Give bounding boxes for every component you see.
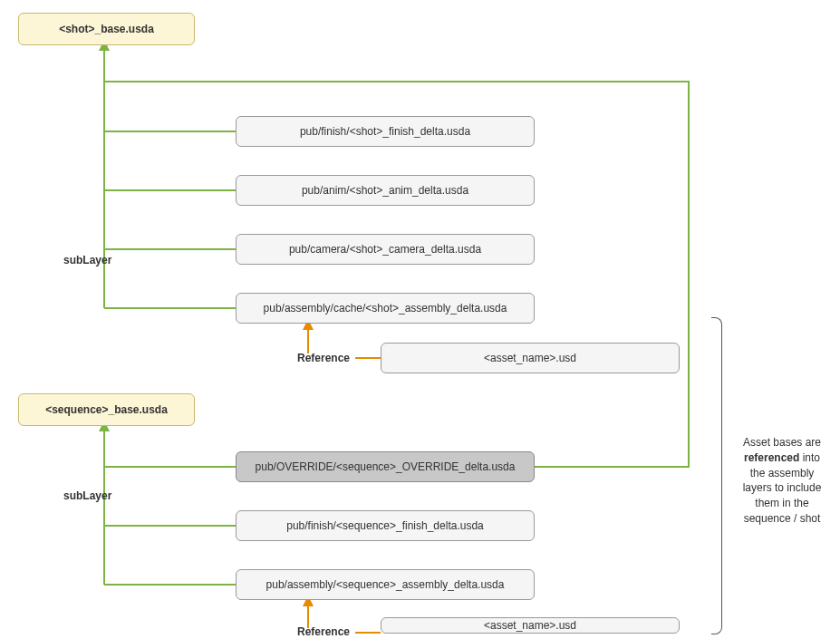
anim-shot-node: pub/anim/<shot>_anim_delta.usda [236,175,535,206]
assembly-seq-node: pub/assembly/<sequence>_assembly_delta.u… [236,569,535,600]
assembly-shot-label: pub/assembly/cache/<shot>_assembly_delta… [264,302,507,315]
note-line4: layers to include [743,481,822,494]
finish-seq-node: pub/finish/<sequence>_finish_delta.usda [236,510,535,541]
note-line5: them in the [755,497,808,509]
finish-seq-label: pub/finish/<sequence>_finish_delta.usda [286,519,484,532]
shot-base-label: <shot>_base.usda [59,23,154,35]
note-line1: Asset bases are [743,436,821,449]
note-line2: into [799,451,820,464]
note-line6: sequence / shot [744,512,821,525]
override-seq-label: pub/OVERRIDE/<sequence>_OVERRIDE_delta.u… [256,460,516,473]
finish-shot-node: pub/finish/<shot>_finish_delta.usda [236,116,535,147]
sublayer-label-1: subLayer [63,254,111,266]
camera-shot-label: pub/camera/<shot>_camera_delta.usda [289,243,481,256]
override-seq-node: pub/OVERRIDE/<sequence>_OVERRIDE_delta.u… [236,451,535,482]
note-strong: referenced [744,451,799,464]
note-bracket [711,317,722,634]
sequence-base-label: <sequence>_base.usda [45,403,168,416]
finish-shot-label: pub/finish/<shot>_finish_delta.usda [300,125,470,138]
reference-label-2: Reference [297,625,350,638]
note-line3: the assembly [750,467,815,479]
note-text: Asset bases are referenced into the asse… [732,435,832,527]
shot-base-node: <shot>_base.usda [18,13,195,45]
camera-shot-node: pub/camera/<shot>_camera_delta.usda [236,234,535,265]
asset-shot-node: <asset_name>.usd [381,343,680,373]
asset-shot-label: <asset_name>.usd [484,352,576,364]
asset-seq-label: <asset_name>.usd [484,619,576,632]
sublayer-label-2: subLayer [63,489,111,502]
sequence-base-node: <sequence>_base.usda [18,393,195,426]
assembly-shot-node: pub/assembly/cache/<shot>_assembly_delta… [236,293,535,324]
reference-label-1: Reference [297,352,350,364]
anim-shot-label: pub/anim/<shot>_anim_delta.usda [302,184,468,197]
assembly-seq-label: pub/assembly/<sequence>_assembly_delta.u… [266,578,505,591]
asset-seq-node: <asset_name>.usd [381,617,680,634]
